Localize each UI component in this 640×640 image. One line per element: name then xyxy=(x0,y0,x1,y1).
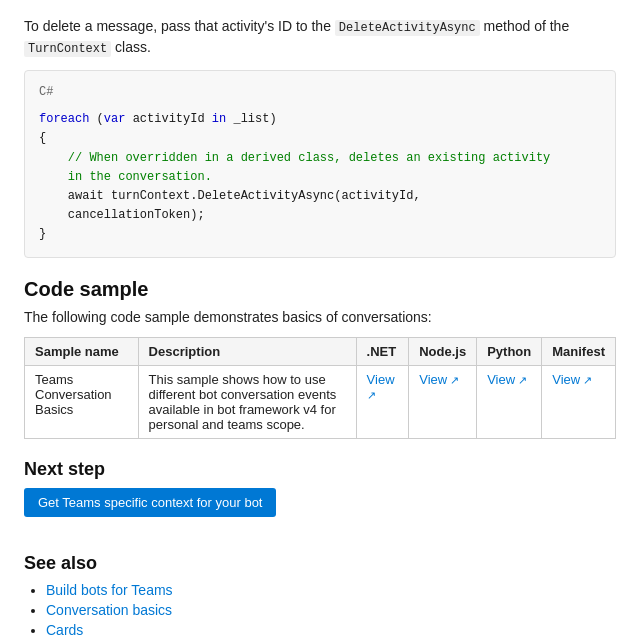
code-line-6: cancellationToken); xyxy=(39,206,601,225)
manifest-link[interactable]: View xyxy=(552,372,592,387)
col-manifest: Manifest xyxy=(542,337,616,365)
code-lang: C# xyxy=(39,83,601,102)
sample-python-cell[interactable]: View xyxy=(477,365,542,438)
intro-section: To delete a message, pass that activity'… xyxy=(24,16,616,258)
next-step-section: Next step Get Teams specific context for… xyxy=(24,459,616,537)
sample-manifest-cell[interactable]: View xyxy=(542,365,616,438)
see-also-heading: See also xyxy=(24,553,616,574)
intro-text2: method of the xyxy=(480,18,570,34)
code-line-7: } xyxy=(39,225,601,244)
sample-table: Sample name Description .NET Node.js Pyt… xyxy=(24,337,616,439)
table-row: Teams Conversation Basics This sample sh… xyxy=(25,365,616,438)
next-step-heading: Next step xyxy=(24,459,616,480)
see-also-section: See also Build bots for Teams Conversati… xyxy=(24,553,616,638)
link-conversation-basics[interactable]: Conversation basics xyxy=(46,602,172,618)
intro-text3: class. xyxy=(111,39,151,55)
code-line-5: await turnContext.DeleteActivityAsync(ac… xyxy=(39,187,601,206)
code-line-3: // When overridden in a derived class, d… xyxy=(39,149,601,168)
net-link[interactable]: View xyxy=(367,372,395,402)
sample-nodejs-cell[interactable]: View xyxy=(409,365,477,438)
code-line-1: foreach (var activityId in _list) xyxy=(39,110,601,129)
python-link[interactable]: View xyxy=(487,372,527,387)
sample-desc-cell: This sample shows how to use different b… xyxy=(138,365,356,438)
method-name: DeleteActivityAsync xyxy=(335,20,480,36)
col-description: Description xyxy=(138,337,356,365)
link-build-bots[interactable]: Build bots for Teams xyxy=(46,582,173,598)
list-item: Build bots for Teams xyxy=(46,582,616,598)
list-item: Conversation basics xyxy=(46,602,616,618)
col-net: .NET xyxy=(356,337,409,365)
code-line-2: { xyxy=(39,129,601,148)
col-sample-name: Sample name xyxy=(25,337,139,365)
class-name: TurnContext xyxy=(24,41,111,57)
code-block: C# foreach (var activityId in _list) { /… xyxy=(24,70,616,258)
code-sample-section: Code sample The following code sample de… xyxy=(24,278,616,439)
link-cards[interactable]: Cards xyxy=(46,622,83,638)
next-step-button[interactable]: Get Teams specific context for your bot xyxy=(24,488,276,517)
list-item: Cards xyxy=(46,622,616,638)
sample-name-cell: Teams Conversation Basics xyxy=(25,365,139,438)
sample-net-cell[interactable]: View xyxy=(356,365,409,438)
code-line-4: in the conversation. xyxy=(39,168,601,187)
code-sample-heading: Code sample xyxy=(24,278,616,301)
col-python: Python xyxy=(477,337,542,365)
intro-text1: To delete a message, pass that activity'… xyxy=(24,18,335,34)
code-sample-desc: The following code sample demonstrates b… xyxy=(24,309,616,325)
nodejs-link[interactable]: View xyxy=(419,372,459,387)
table-header-row: Sample name Description .NET Node.js Pyt… xyxy=(25,337,616,365)
col-nodejs: Node.js xyxy=(409,337,477,365)
see-also-list: Build bots for Teams Conversation basics… xyxy=(24,582,616,638)
intro-paragraph: To delete a message, pass that activity'… xyxy=(24,16,616,58)
